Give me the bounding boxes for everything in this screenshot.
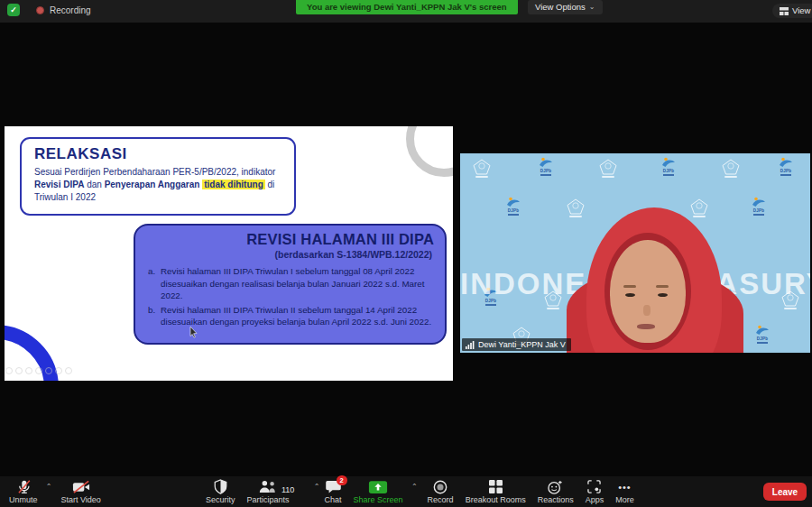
participants-icon: 110: [258, 479, 278, 494]
person-eye: [625, 293, 635, 297]
meeting-secure-shield-icon: ✓: [7, 4, 20, 16]
person-nose: [643, 305, 651, 316]
more-button[interactable]: ••• More: [615, 476, 634, 507]
chevron-down-icon: ⌄: [589, 0, 595, 14]
breakout-rooms-icon: [489, 479, 503, 494]
chevron-up-icon[interactable]: ⌃: [411, 483, 418, 491]
reactions-smiley-icon: [548, 479, 563, 494]
view-label: View: [792, 4, 810, 18]
participant-name: Dewi Yanti_KPPN Jak V: [478, 340, 566, 349]
reactions-button[interactable]: Reactions: [538, 476, 574, 507]
view-options-label: View Options: [535, 0, 586, 14]
zoom-meeting-window: ✓ Recording You are viewing Dewi Yanti_K…: [0, 0, 812, 507]
social-icons-row: [5, 367, 72, 374]
chevron-up-icon[interactable]: ⌃: [46, 483, 52, 491]
social-icon: [35, 367, 42, 374]
revisi-title: REVISI HALAMAN III DIPA: [144, 231, 434, 248]
social-icon: [15, 367, 23, 374]
chat-unread-badge: 2: [337, 475, 347, 485]
social-icon: [55, 367, 62, 374]
share-screen-icon: [368, 479, 388, 494]
list-item: b. Revisi halaman III DIPA Triwulan II s…: [148, 304, 434, 328]
social-icon: [45, 367, 52, 374]
microphone-muted-icon: [15, 479, 32, 494]
participant-person: [460, 153, 810, 353]
record-button[interactable]: Record: [428, 476, 454, 507]
recording-dot-icon: [36, 6, 44, 14]
shield-icon: [214, 479, 227, 494]
chat-button[interactable]: 2 Chat: [325, 476, 342, 507]
slide-title: RELAKSASI: [34, 145, 281, 163]
security-button[interactable]: Security: [206, 476, 235, 507]
participant-name-tag: Dewi Yanti_KPPN Jak V: [462, 338, 571, 351]
breakout-rooms-button[interactable]: Breakout Rooms: [466, 476, 526, 507]
meeting-stage: RELAKSASI Sesuai Perdirjen Perbendaharaa…: [0, 23, 812, 476]
person-lips: [637, 324, 655, 329]
view-options-button[interactable]: View Options ⌄: [528, 0, 603, 14]
chevron-up-icon[interactable]: ⌃: [314, 483, 320, 491]
person-eye: [658, 293, 668, 297]
slide-paragraph: Sesuai Perdirjen Perbendaharaan PER-5/PB…: [34, 166, 281, 205]
relaksasi-box: RELAKSASI Sesuai Perdirjen Perbendaharaa…: [20, 137, 296, 216]
person-eyebrow: [656, 285, 669, 288]
revisi-subtitle: (berdasarkan S-1384/WPB.12/2022): [144, 249, 432, 260]
apps-icon: [587, 479, 601, 494]
start-video-button[interactable]: Start Video: [61, 476, 101, 507]
participants-button[interactable]: 110 Participants ⌃: [247, 476, 313, 507]
top-bar: ✓ Recording You are viewing Dewi Yanti_K…: [0, 0, 812, 23]
meeting-toolbar: Unmute ⌃ Start Video Security 110: [0, 476, 812, 507]
more-dots-icon: •••: [618, 479, 632, 494]
recording-label: Recording: [50, 5, 91, 15]
social-icon: [65, 367, 72, 374]
participants-count: 110: [281, 485, 294, 494]
viewing-screen-banner: You are viewing Dewi Yanti_KPPN Jak V's …: [296, 0, 518, 14]
leave-button[interactable]: Leave: [763, 483, 807, 501]
unmute-button[interactable]: Unmute ⌃: [9, 476, 38, 507]
view-grid-icon: [780, 7, 789, 15]
view-button[interactable]: View: [772, 4, 812, 18]
recording-indicator: ✓ Recording: [7, 4, 91, 16]
social-icon: [5, 367, 13, 374]
share-screen-button[interactable]: Share Screen ⌃: [354, 476, 416, 507]
mouse-cursor-icon: [189, 327, 198, 338]
audio-level-icon: [466, 341, 475, 349]
highlighted-text: tidak dihitung: [202, 180, 265, 189]
video-off-icon: [72, 479, 90, 494]
participant-video-tile[interactable]: DJPb DJPb DJPb DJPb DJPb DJPb DJPb DJPb …: [460, 153, 810, 353]
revisi-halaman-box: REVISI HALAMAN III DIPA (berdasarkan S-1…: [134, 224, 447, 345]
shared-screen-slide: RELAKSASI Sesuai Perdirjen Perbendaharaa…: [5, 126, 453, 381]
social-icon: [25, 367, 32, 374]
apps-button[interactable]: Apps: [586, 476, 604, 507]
person-eyebrow: [623, 285, 636, 288]
list-item: a. Revisi halaman III DIPA Triwulan I se…: [148, 265, 434, 302]
chat-bubble-icon: 2: [326, 479, 341, 494]
record-icon: [433, 479, 448, 494]
decor-gray-ring: [406, 126, 453, 177]
